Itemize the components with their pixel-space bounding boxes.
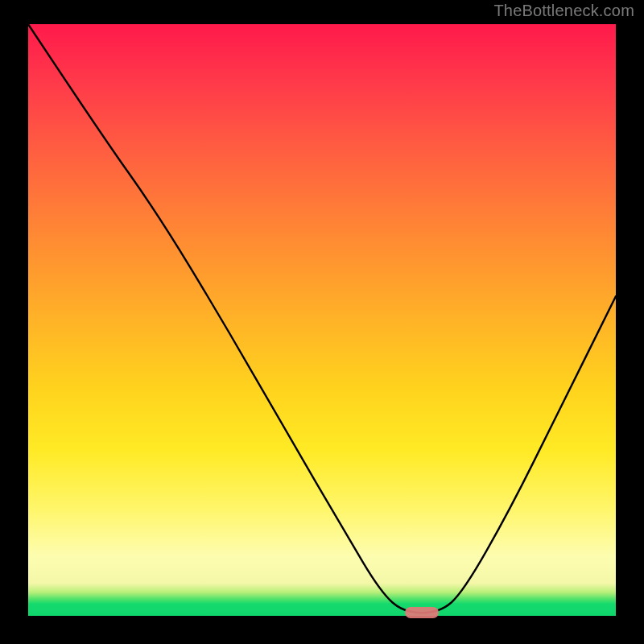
gradient-background (28, 24, 616, 616)
chart-frame: TheBottleneck.com (0, 0, 644, 644)
optimal-marker (405, 607, 439, 618)
watermark-text: TheBottleneck.com (493, 2, 634, 20)
plot-area (28, 24, 616, 616)
